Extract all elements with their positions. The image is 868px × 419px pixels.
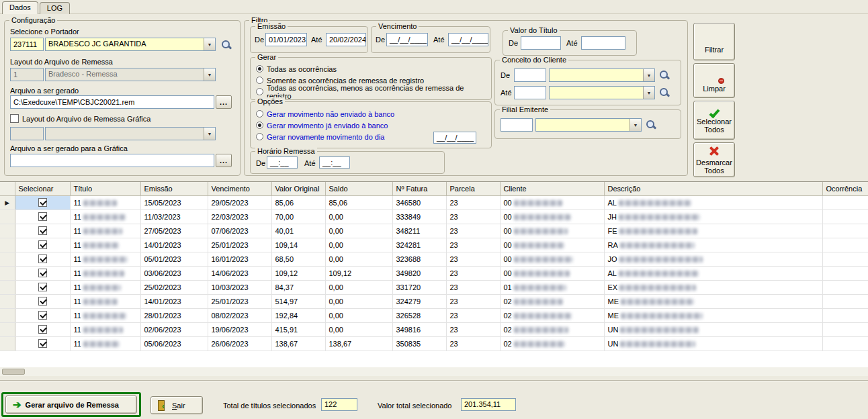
select-cell[interactable] <box>15 224 70 238</box>
table-cell: 350835 <box>392 336 446 351</box>
conceito-ate-search-icon[interactable] <box>659 87 670 98</box>
row-checkbox[interactable] <box>38 240 47 249</box>
column-header[interactable]: Vencimento <box>208 182 271 195</box>
valor-ate-input[interactable] <box>581 36 625 50</box>
table-row[interactable]: 1103/06/202314/06/2023109,12109,12349820… <box>0 266 868 280</box>
emissao-ate-input[interactable]: 20/02/2024 <box>326 33 366 46</box>
table-cell: 23 <box>446 308 500 322</box>
conceito-de-search-icon[interactable] <box>659 70 670 81</box>
radio-icon[interactable] <box>256 77 263 84</box>
arquivo-browse-button[interactable]: ... <box>216 95 232 109</box>
table-row[interactable]: 1128/01/202308/02/2023192,840,0032652823… <box>0 308 868 322</box>
filial-code-input[interactable] <box>501 118 533 132</box>
conceito-ate-code-input[interactable] <box>514 86 546 99</box>
filial-search-icon[interactable] <box>646 120 656 130</box>
horario-ate-input[interactable]: __:__ <box>319 156 350 169</box>
limpar-button[interactable]: Limpar <box>693 63 735 98</box>
row-checkbox[interactable] <box>38 311 47 320</box>
row-checkbox[interactable] <box>38 325 47 334</box>
portador-combo[interactable]: BRADESCO JC GARANTIDA ▼ <box>45 38 216 51</box>
conceito-de-code-input[interactable] <box>514 68 546 82</box>
filtrar-button[interactable]: Filtrar <box>693 23 735 60</box>
column-header[interactable]: Cliente <box>500 182 604 195</box>
row-checkbox[interactable] <box>38 283 47 291</box>
radio-option[interactable]: Gerar movimento não enviado à banco <box>256 108 488 120</box>
row-checkbox[interactable] <box>38 254 47 263</box>
table-row[interactable]: 1105/06/202326/06/2023138,67138,67350835… <box>0 336 868 351</box>
select-cell[interactable] <box>15 266 70 280</box>
opcoes-dia-input[interactable]: __/__/____ <box>433 132 476 144</box>
radio-option[interactable]: Todas as ocorrências <box>256 63 488 75</box>
row-checkbox[interactable] <box>38 226 47 235</box>
select-cell[interactable] <box>15 252 70 266</box>
chevron-down-icon[interactable]: ▼ <box>630 119 641 131</box>
arquivo-input[interactable]: C:\Exedcuxe\TEMP\CBJC20021.rem <box>10 95 214 109</box>
select-cell[interactable] <box>15 336 70 351</box>
column-header[interactable]: Parcela <box>446 182 500 195</box>
column-header[interactable]: Nº Fatura <box>392 182 446 195</box>
radio-icon[interactable] <box>256 110 263 118</box>
table-row[interactable]: 1127/05/202307/06/202340,010,00348211230… <box>0 224 868 238</box>
table-row[interactable]: 1114/01/202325/01/2023109,140,0032428123… <box>0 238 868 252</box>
grafica-checkbox-row[interactable]: Layout do Arquivo de Remessa Gráfica <box>10 114 150 123</box>
conceito-de-combo[interactable]: ▼ <box>549 68 655 82</box>
table-row[interactable]: 1125/02/202310/03/202384,370,00331720230… <box>0 280 868 294</box>
portador-search-icon[interactable] <box>221 40 232 50</box>
select-cell[interactable] <box>15 322 70 336</box>
grafica-checkbox[interactable] <box>10 114 19 123</box>
vencimento-ate-input[interactable]: __/__/____ <box>448 33 488 46</box>
valor-de-input[interactable] <box>521 36 561 50</box>
chevron-down-icon[interactable]: ▼ <box>643 69 654 81</box>
chevron-down-icon[interactable]: ▼ <box>204 38 215 50</box>
table-row[interactable]: 1111/03/202322/03/202370,000,00333849230… <box>0 209 868 224</box>
radio-icon[interactable] <box>256 65 263 73</box>
vencimento-de-input[interactable]: __/__/____ <box>386 33 428 46</box>
row-checkbox[interactable] <box>38 297 47 306</box>
select-cell[interactable] <box>15 308 70 322</box>
arquivo-grafica-input[interactable] <box>10 154 214 167</box>
select-cell[interactable] <box>15 280 70 294</box>
select-cell[interactable] <box>15 209 70 224</box>
row-checkbox[interactable] <box>38 339 47 348</box>
row-checkbox[interactable] <box>38 212 47 221</box>
column-header[interactable]: Selecionar <box>15 182 70 195</box>
table-cell: 00 <box>500 224 604 238</box>
table-row[interactable]: 1105/01/202316/01/202368,500,00323688230… <box>0 252 868 266</box>
tab-dados[interactable]: Dados <box>2 1 38 14</box>
row-checkbox[interactable] <box>38 198 47 207</box>
scrollbar-thumb[interactable] <box>2 369 25 375</box>
tab-log[interactable]: LOG <box>40 2 70 14</box>
gerar-remessa-button[interactable]: ➔ Gerar arquivo de Remessa <box>5 395 137 414</box>
emissao-de-input[interactable]: 01/01/2023 <box>265 33 307 46</box>
radio-option[interactable]: Todas as ocorrências, menos as ocorrênci… <box>256 86 488 97</box>
column-header[interactable]: Descrição <box>604 182 822 195</box>
select-cell[interactable] <box>15 238 70 252</box>
select-cell[interactable] <box>15 195 70 209</box>
row-checkbox[interactable] <box>38 269 47 277</box>
table-row[interactable]: ▶1115/05/202329/05/202385,0685,063465802… <box>0 195 868 209</box>
filial-combo[interactable]: ▼ <box>535 118 642 132</box>
conceito-ate-combo[interactable]: ▼ <box>549 86 655 99</box>
radio-option[interactable]: Gerar movimento já enviado à banco <box>256 120 488 131</box>
redacted-text <box>83 285 121 291</box>
arquivo-grafica-browse-button[interactable]: ... <box>216 154 232 167</box>
column-header[interactable]: Emissão <box>140 182 208 195</box>
sair-button[interactable]: ‹ Sair <box>150 396 203 414</box>
horizontal-scrollbar[interactable] <box>0 367 868 376</box>
select-cell[interactable] <box>15 294 70 308</box>
portador-code-input[interactable]: 237111 <box>10 38 44 51</box>
radio-icon[interactable] <box>256 88 263 95</box>
chevron-down-icon[interactable]: ▼ <box>643 87 654 99</box>
table-row[interactable]: 1102/06/202319/06/2023415,910,0034981623… <box>0 322 868 336</box>
table-row[interactable]: 1114/01/202325/01/2023514,970,0032427923… <box>0 294 868 308</box>
desmarcar-todos-button[interactable]: Desmarcar Todos <box>693 142 735 177</box>
titles-grid[interactable]: SelecionarTítuloEmissãoVencimentoValor O… <box>0 181 868 367</box>
selecionar-todos-button[interactable]: Selecionar Todos <box>693 101 735 140</box>
column-header[interactable]: Ocorrência <box>822 182 868 195</box>
horario-de-input[interactable]: __:__ <box>267 156 298 169</box>
column-header[interactable]: Título <box>70 182 140 195</box>
column-header[interactable]: Saldo <box>325 182 392 195</box>
radio-icon[interactable] <box>256 122 263 129</box>
radio-icon[interactable] <box>256 133 263 140</box>
column-header[interactable]: Valor Original <box>271 182 325 195</box>
